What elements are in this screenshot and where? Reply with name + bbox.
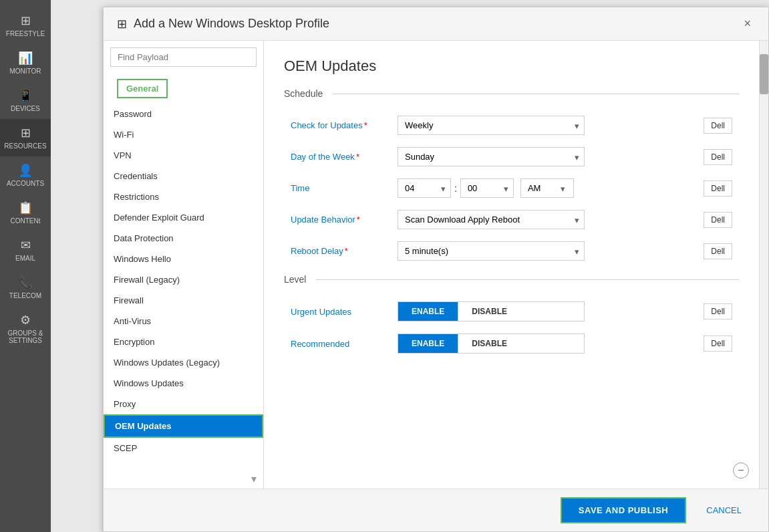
recommended-dell-button[interactable]: Dell [704, 336, 732, 352]
schedule-label: Schedule [284, 88, 323, 99]
content-panel: OEM Updates Schedule Check for Updates* [264, 41, 759, 489]
recommended-row: Recommended ENABLE DISABLE Dell [284, 334, 739, 354]
reboot-delay-wrapper: 5 minute(s) 1 minute(s) 10 minute(s) 15 … [398, 241, 585, 261]
recommended-toggle: ENABLE DISABLE [398, 334, 585, 354]
sidebar-item-accounts[interactable]: 👤 ACCOUNTS [0, 156, 51, 194]
sidebar-item-email[interactable]: ✉ EMAIL [0, 231, 51, 269]
hour-select[interactable]: 04 010203 050607 080910 1112 [398, 178, 451, 198]
accounts-icon: 👤 [18, 163, 33, 178]
sidebar-item-data-protection[interactable]: Data Protection [104, 228, 263, 249]
check-for-updates-dell-button[interactable]: Dell [704, 118, 732, 134]
sidebar-item-proxy[interactable]: Proxy [104, 394, 263, 414]
time-dell-button[interactable]: Dell [704, 180, 732, 196]
sidebar-item-resources[interactable]: ⊞ RESOURCES [0, 119, 51, 156]
search-input[interactable] [110, 47, 257, 67]
ampm-select[interactable]: AM PM [520, 178, 574, 198]
sidebar-item-groups-settings[interactable]: ⚙ GROUPS & SETTINGS [0, 306, 51, 351]
reboot-delay-dell-button[interactable]: Dell [704, 243, 732, 259]
nav-panel: General Password Wi-Fi VPN Credentials R… [104, 41, 264, 489]
save-and-publish-button[interactable]: SAVE AND PUBLISH [561, 497, 686, 523]
check-for-updates-wrapper: Weekly Daily Monthly [398, 116, 585, 135]
level-section-header: Level [284, 274, 739, 285]
content-icon: 📋 [18, 201, 33, 215]
sidebar: ⊞ FREESTYLE 📊 MONITOR 📱 DEVICES ⊞ RESOUR… [0, 0, 51, 532]
sidebar-item-windows-updates-legacy[interactable]: Windows Updates (Legacy) [104, 352, 263, 373]
sidebar-item-antivirus[interactable]: Anti-Virus [104, 311, 263, 331]
urgent-updates-label: Urgent Updates [291, 307, 398, 317]
sidebar-item-firewall-legacy[interactable]: Firewall (Legacy) [104, 269, 263, 290]
collapse-button[interactable]: − [733, 462, 749, 479]
scrollbar-thumb[interactable] [760, 54, 768, 94]
modal-container: ⊞ Add a New Windows Desktop Profile × Ge… [51, 0, 769, 532]
time-label: Time [291, 183, 398, 193]
sidebar-item-label: RESOURCES [4, 142, 46, 150]
sidebar-item-devices[interactable]: 📱 DEVICES [0, 82, 51, 119]
sidebar-item-defender[interactable]: Defender Exploit Guard [104, 207, 263, 228]
nav-general-wrapper: General [104, 74, 263, 104]
sidebar-item-label: TELECOM [9, 292, 41, 299]
level-divider-line [316, 279, 739, 280]
sidebar-item-content[interactable]: 📋 CONTENt [0, 194, 51, 231]
resources-icon: ⊞ [21, 126, 31, 140]
day-of-week-row: Day of the Week* Sunday Monday Tuesday W… [284, 147, 739, 166]
modal: ⊞ Add a New Windows Desktop Profile × Ge… [103, 7, 769, 532]
devices-icon: 📱 [18, 88, 33, 103]
sidebar-item-credentials[interactable]: Credentials [104, 166, 263, 186]
check-for-updates-select[interactable]: Weekly Daily Monthly [398, 116, 585, 135]
hour-wrapper: 04 010203 050607 080910 1112 [398, 178, 451, 198]
recommended-label: Recommended [291, 339, 398, 349]
sidebar-item-telecom[interactable]: 📞 TELECOM [0, 269, 51, 306]
check-for-updates-row: Check for Updates* Weekly Daily Monthly [284, 116, 739, 135]
email-icon: ✉ [21, 238, 31, 253]
recommended-disable-button[interactable]: DISABLE [458, 334, 520, 353]
time-row: Time 04 010203 050607 080910 1112 [284, 178, 739, 198]
sidebar-item-restrictions[interactable]: Restrictions [104, 186, 263, 207]
level-label: Level [284, 274, 306, 285]
sidebar-item-label: GROUPS & SETTINGS [3, 329, 47, 344]
time-colon: : [454, 183, 457, 194]
urgent-updates-disable-button[interactable]: DISABLE [458, 302, 520, 321]
sidebar-item-label: DEVICES [11, 105, 40, 112]
day-of-week-select[interactable]: Sunday Monday Tuesday Wednesday Thursday… [398, 147, 585, 166]
urgent-updates-row: Urgent Updates ENABLE DISABLE Dell [284, 301, 739, 321]
close-button[interactable]: × [740, 15, 755, 32]
reboot-delay-control: 5 minute(s) 1 minute(s) 10 minute(s) 15 … [398, 241, 585, 261]
sidebar-item-firewall[interactable]: Firewall [104, 290, 263, 311]
urgent-updates-toggle: ENABLE DISABLE [398, 301, 585, 321]
sidebar-item-scep[interactable]: SCEP [104, 438, 263, 458]
day-of-week-control: Sunday Monday Tuesday Wednesday Thursday… [398, 147, 585, 166]
urgent-updates-enable-button[interactable]: ENABLE [398, 302, 458, 321]
update-behavior-control: Scan Download Apply Reboot Scan Scan Dow… [398, 210, 585, 229]
sidebar-item-monitor[interactable]: 📊 MONITOR [0, 44, 51, 82]
sidebar-item-general[interactable]: General [117, 79, 168, 98]
sidebar-item-wifi[interactable]: Wi-Fi [104, 124, 263, 145]
time-inputs: 04 010203 050607 080910 1112 : [398, 178, 585, 198]
sidebar-item-freestyle[interactable]: ⊞ FREESTYLE [0, 7, 51, 44]
sidebar-item-windows-updates[interactable]: Windows Updates [104, 373, 263, 394]
page-title: OEM Updates [284, 57, 739, 75]
recommended-enable-button[interactable]: ENABLE [398, 334, 458, 353]
time-control: 04 010203 050607 080910 1112 : [398, 178, 585, 198]
sidebar-item-password[interactable]: Password [104, 104, 263, 124]
modal-body: General Password Wi-Fi VPN Credentials R… [104, 41, 768, 489]
day-of-week-dell-button[interactable]: Dell [704, 149, 732, 165]
check-for-updates-label: Check for Updates* [291, 120, 398, 130]
scrollbar[interactable] [759, 41, 768, 489]
update-behavior-label: Update Behavior* [291, 215, 398, 225]
sidebar-item-label: FREESTYLE [6, 30, 45, 37]
urgent-updates-dell-button[interactable]: Dell [704, 303, 732, 319]
cancel-button[interactable]: CANCEL [693, 499, 755, 522]
reboot-delay-row: Reboot Delay* 5 minute(s) 1 minute(s) 10… [284, 241, 739, 261]
freestyle-icon: ⊞ [21, 13, 31, 28]
sidebar-item-oem-updates[interactable]: OEM Updates [104, 414, 263, 438]
reboot-delay-select[interactable]: 5 minute(s) 1 minute(s) 10 minute(s) 15 … [398, 241, 585, 261]
sidebar-item-vpn[interactable]: VPN [104, 145, 263, 166]
modal-title: Add a New Windows Desktop Profile [134, 17, 740, 31]
sidebar-item-windows-hello[interactable]: Windows Hello [104, 249, 263, 269]
sidebar-item-encryption[interactable]: Encryption [104, 331, 263, 352]
update-behavior-dell-button[interactable]: Dell [704, 212, 732, 228]
day-of-week-label: Day of the Week* [291, 152, 398, 162]
update-behavior-select[interactable]: Scan Download Apply Reboot Scan Scan Dow… [398, 210, 585, 229]
minute-select[interactable]: 00 153045 [460, 178, 514, 198]
main-area: ⊞ Add a New Windows Desktop Profile × Ge… [51, 0, 769, 532]
